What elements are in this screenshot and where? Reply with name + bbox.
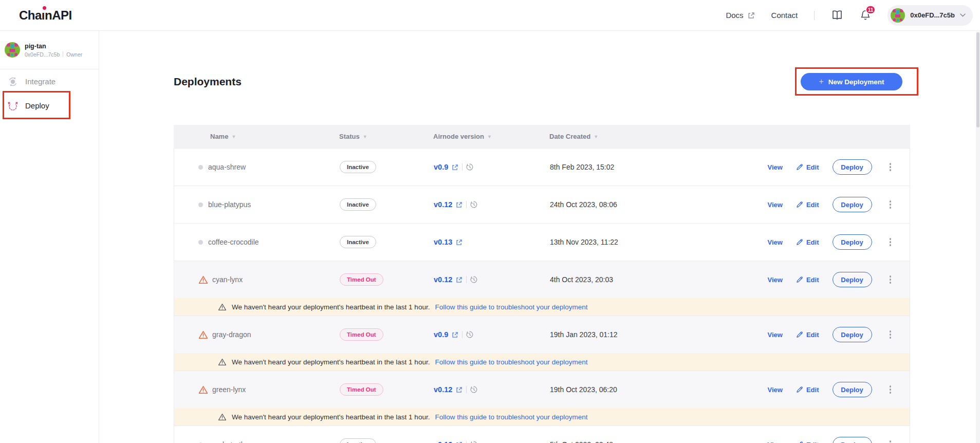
- history-clock-icon[interactable]: [470, 201, 477, 208]
- edit-button[interactable]: Edit: [796, 201, 819, 209]
- contact-link[interactable]: Contact: [771, 11, 798, 20]
- sort-icon[interactable]: ▼: [363, 134, 367, 139]
- external-link-icon[interactable]: [456, 441, 463, 443]
- version-link[interactable]: v0.9: [434, 330, 448, 339]
- version-link[interactable]: v0.12: [434, 440, 452, 443]
- table-row: green-lynx Timed Out v0.12: [174, 371, 910, 408]
- warning-icon: [198, 275, 208, 284]
- scrollbar-thumb[interactable]: [976, 32, 979, 127]
- table-row: cyan-lynx Timed Out v0.12: [174, 261, 910, 298]
- view-button[interactable]: View: [768, 386, 783, 394]
- deploy-button[interactable]: Deploy: [833, 234, 872, 250]
- deploy-button[interactable]: Deploy: [833, 159, 872, 175]
- row-menu-button[interactable]: [886, 328, 895, 341]
- status-cell: Inactive: [340, 236, 434, 248]
- edit-button[interactable]: Edit: [796, 441, 819, 443]
- warning-triangle-icon: [218, 303, 227, 311]
- troubleshoot-guide-link[interactable]: Follow this guide to troubleshoot your d…: [435, 303, 587, 311]
- app-window: ChaınAPI Docs Contact: [0, 0, 980, 443]
- date-created-cell: 24th Oct 2023, 08:06: [550, 200, 642, 209]
- version-cell: v0.12: [434, 275, 550, 284]
- view-button[interactable]: View: [768, 331, 783, 339]
- history-clock-icon[interactable]: [470, 441, 477, 443]
- external-link-icon[interactable]: [452, 331, 458, 338]
- main-content: Deployments + New Deployment Name▼ Statu…: [99, 31, 980, 443]
- docs-link[interactable]: Docs: [726, 11, 754, 20]
- row-menu-button[interactable]: [886, 438, 895, 443]
- edit-button[interactable]: Edit: [796, 386, 819, 394]
- logo-dot: [43, 6, 46, 10]
- view-button[interactable]: View: [768, 276, 783, 284]
- workspace-user-block[interactable]: pig-tan 0x0eFD...7c5b Owner: [0, 31, 99, 69]
- edit-button[interactable]: Edit: [796, 276, 819, 284]
- external-link-icon[interactable]: [456, 386, 463, 393]
- actions-cell: View Edit Deploy: [642, 327, 910, 342]
- troubleshoot-guide-link[interactable]: Follow this guide to troubleshoot your d…: [435, 413, 587, 421]
- view-button[interactable]: View: [768, 238, 783, 246]
- edit-button[interactable]: Edit: [796, 331, 819, 339]
- status-cell: Inactive: [340, 161, 434, 173]
- sidebar-item-deploy[interactable]: Deploy: [0, 94, 99, 118]
- row-menu-button[interactable]: [886, 273, 895, 286]
- version-link[interactable]: v0.12: [434, 275, 452, 284]
- status-badge: Inactive: [340, 236, 376, 248]
- version-cell: v0.9: [434, 163, 550, 171]
- external-link-icon[interactable]: [452, 164, 458, 171]
- row-menu-button[interactable]: [886, 383, 895, 396]
- sort-icon[interactable]: ▼: [594, 134, 598, 139]
- history-clock-icon[interactable]: [470, 276, 477, 283]
- version-link[interactable]: v0.12: [434, 385, 452, 394]
- edit-button[interactable]: Edit: [796, 238, 819, 246]
- book-icon: [831, 10, 843, 21]
- troubleshoot-guide-link[interactable]: Follow this guide to troubleshoot your d…: [435, 358, 587, 366]
- deployment-name: aqua-shrew: [208, 163, 246, 171]
- new-deployment-button[interactable]: + New Deployment: [801, 73, 902, 90]
- deploy-button[interactable]: Deploy: [833, 327, 872, 342]
- status-cell: Inactive: [340, 438, 434, 443]
- deploy-button[interactable]: Deploy: [833, 437, 872, 443]
- docs-book-button[interactable]: [831, 10, 843, 21]
- status-badge: Timed Out: [340, 328, 383, 341]
- version-link[interactable]: v0.12: [434, 200, 452, 209]
- sort-icon[interactable]: ▼: [487, 134, 492, 139]
- version-cell: v0.9: [434, 330, 550, 339]
- version-divider: [466, 276, 467, 283]
- actions-cell: View Edit Deploy: [642, 382, 910, 397]
- table-row: gray-dragon Timed Out v0.9: [174, 316, 910, 353]
- date-created-cell: 5th Oct 2023, 23:48: [550, 440, 642, 443]
- deployment-name: coffee-crocodile: [208, 238, 259, 246]
- heartbeat-warning-banner: We haven't heard your deployment's heart…: [174, 353, 910, 371]
- column-header-version: Airnode version▼: [433, 133, 549, 140]
- external-link-icon[interactable]: [456, 239, 463, 246]
- view-button[interactable]: View: [768, 201, 783, 209]
- external-link-icon[interactable]: [456, 276, 463, 283]
- sort-icon[interactable]: ▼: [231, 134, 236, 139]
- status-cell: Timed Out: [340, 273, 434, 286]
- view-button[interactable]: View: [768, 441, 783, 443]
- deploy-button[interactable]: Deploy: [833, 197, 872, 212]
- sidebar-item-integrate[interactable]: Integrate: [0, 69, 99, 94]
- history-clock-icon[interactable]: [466, 163, 473, 171]
- deploy-button[interactable]: Deploy: [833, 272, 872, 287]
- warning-triangle-icon: [218, 358, 227, 366]
- deploy-button[interactable]: Deploy: [833, 382, 872, 397]
- account-menu[interactable]: 0x0eFD...7c5b: [887, 5, 973, 26]
- view-button[interactable]: View: [768, 163, 783, 171]
- page-scrollbar[interactable]: [976, 31, 980, 443]
- row-menu-button[interactable]: [886, 198, 895, 211]
- version-link[interactable]: v0.9: [434, 163, 448, 171]
- column-header-name: Name▼: [198, 133, 339, 140]
- user-address: 0x0eFD...7c5b: [25, 51, 60, 58]
- edit-button[interactable]: Edit: [796, 163, 819, 171]
- chevron-down-icon: [960, 13, 966, 17]
- row-menu-button[interactable]: [886, 161, 895, 173]
- table-header-row: Name▼ Status▼ Airnode version▼ Date Crea…: [174, 125, 910, 148]
- version-link[interactable]: v0.13: [434, 238, 452, 246]
- row-menu-button[interactable]: [886, 236, 895, 248]
- notifications-button[interactable]: 11: [860, 9, 871, 21]
- version-divider: [466, 386, 467, 393]
- pencil-icon: [796, 331, 803, 338]
- history-clock-icon[interactable]: [466, 331, 473, 338]
- history-clock-icon[interactable]: [470, 386, 477, 393]
- external-link-icon[interactable]: [456, 201, 463, 208]
